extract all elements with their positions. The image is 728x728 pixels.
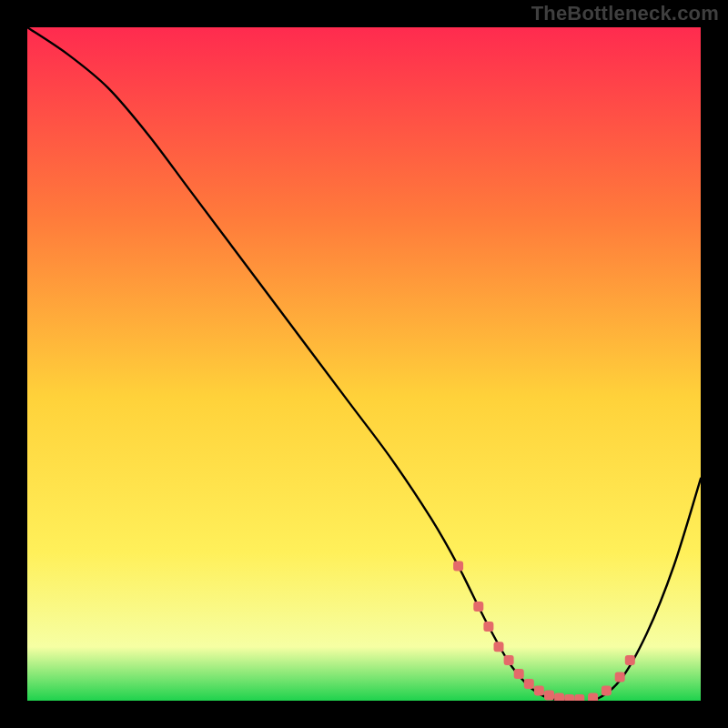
marker-point — [574, 694, 584, 701]
marker-point — [588, 693, 598, 701]
marker-point — [602, 685, 612, 695]
marker-point — [524, 679, 534, 689]
marker-point — [483, 622, 493, 632]
chart-svg — [27, 27, 701, 701]
watermark-text: TheBottleneck.com — [531, 2, 719, 25]
marker-point — [564, 694, 574, 701]
plot-area — [27, 27, 701, 701]
chart-frame: TheBottleneck.com — [0, 0, 728, 728]
marker-point — [514, 669, 524, 679]
marker-point — [554, 693, 564, 701]
gradient-background — [27, 27, 701, 701]
marker-point — [504, 655, 514, 665]
marker-point — [615, 672, 625, 682]
marker-point — [494, 642, 504, 652]
marker-point — [534, 685, 544, 695]
marker-point — [453, 561, 463, 571]
marker-point — [625, 655, 635, 665]
marker-point — [544, 691, 554, 701]
marker-point — [473, 602, 483, 612]
